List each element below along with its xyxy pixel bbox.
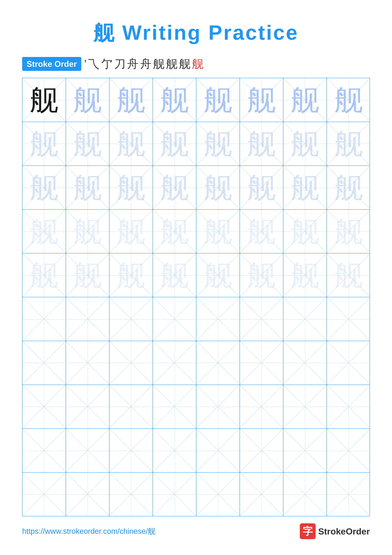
stroke-9: 舰 [179,56,190,72]
grid-cell-9-7 [283,429,327,472]
grid-cell-8-2 [66,385,109,428]
grid-row-9 [22,429,370,473]
svg-line-111 [327,341,370,385]
svg-line-137 [196,429,240,472]
svg-line-131 [66,429,109,472]
svg-line-116 [109,385,153,428]
svg-line-122 [240,385,283,428]
grid-cell-7-2 [66,341,109,385]
grid-cell-10-7 [283,473,327,516]
grid-cell-4-7: 舰 [283,210,327,253]
svg-line-104 [196,341,240,384]
svg-line-152 [196,473,240,516]
svg-line-134 [153,429,196,472]
grid-cell-2-3: 舰 [109,122,153,166]
svg-line-158 [327,473,370,516]
grid-row-2: 舰 舰 舰 舰 [22,122,370,166]
svg-line-92 [283,297,327,340]
grid-cell-1-3: 舰 [109,78,153,122]
svg-line-151 [153,473,196,516]
svg-line-145 [22,473,66,516]
grid-cell-1-2: 舰 [66,78,109,122]
grid-cell-3-4: 舰 [153,166,196,209]
footer-url[interactable]: https://www.strokeorder.com/chinese/舰 [22,526,156,536]
logo-icon: 字 [300,523,316,539]
svg-line-101 [109,341,153,384]
svg-line-155 [240,473,283,516]
grid-cell-3-3: 舰 [109,166,153,209]
svg-line-118 [153,385,196,428]
stroke-order-section: Stroke Order ’ 乁 亇 刀 舟 舟 舰 舰 舰 舰 [0,56,392,78]
grid-cell-2-7: 舰 [283,122,327,166]
grid-cell-4-4: 舰 [153,210,196,253]
grid-cell-1-6: 舰 [240,78,283,122]
svg-line-89 [196,297,240,340]
svg-line-109 [283,341,327,384]
svg-line-133 [109,429,153,472]
svg-line-112 [22,385,66,428]
grid-cell-4-5: 舰 [196,210,240,253]
stroke-1: ’ [84,58,87,70]
svg-line-157 [283,473,327,516]
svg-line-147 [66,473,109,516]
grid-row-5: 舰 舰 舰 舰 [22,254,370,297]
stroke-2: 乁 [88,56,100,72]
char-light: 舰 [160,86,189,114]
grid-cell-4-3: 舰 [109,210,153,253]
grid-cell-6-7 [283,297,327,341]
svg-line-100 [109,341,153,384]
grid-cell-8-6 [240,385,283,428]
svg-line-96 [22,341,66,384]
grid-cell-7-1 [22,341,66,385]
svg-line-141 [283,429,327,472]
svg-line-132 [109,429,153,472]
svg-line-126 [327,385,370,428]
svg-line-154 [240,473,283,516]
grid-cell-1-5: 舰 [196,78,240,122]
grid-cell-10-1 [22,473,66,516]
svg-line-110 [327,341,370,385]
svg-line-85 [109,297,153,340]
grid-cell-5-6: 舰 [240,254,283,297]
svg-line-102 [153,341,196,384]
grid-cell-7-3 [109,341,153,385]
svg-line-120 [196,385,240,428]
grid-cell-3-2: 舰 [66,166,109,209]
grid-cell-4-2: 舰 [66,210,109,253]
grid-cell-2-1: 舰 [22,122,66,166]
char-dark: 舰 [30,86,58,114]
svg-line-80 [22,297,66,340]
svg-line-135 [153,429,196,472]
grid-cell-9-6 [240,429,283,472]
svg-line-106 [240,341,283,384]
svg-line-87 [153,297,196,340]
svg-line-83 [66,297,109,340]
grid-cell-5-4: 舰 [153,254,196,297]
grid-cell-5-5: 舰 [196,254,240,297]
svg-line-159 [327,473,370,516]
grid-cell-3-8: 舰 [327,166,370,209]
svg-line-136 [196,429,240,472]
grid-cell-3-5: 舰 [196,166,240,209]
grid-cell-1-7: 舰 [283,78,327,122]
grid-cell-8-1 [22,385,66,428]
svg-line-124 [283,385,327,428]
grid-cell-1-4: 舰 [153,78,196,122]
page-title: 舰 Writing Practice [0,0,392,56]
svg-line-150 [153,473,196,516]
svg-line-81 [22,297,66,340]
grid-cell-1-1: 舰 [22,78,66,122]
svg-line-117 [109,385,153,428]
char-light: 舰 [73,86,102,114]
grid-cell-8-7 [283,385,327,428]
grid-row-4: 舰 舰 舰 舰 [22,210,370,254]
grid-cell-4-8: 舰 [327,210,370,253]
svg-line-82 [66,297,109,340]
svg-line-84 [109,297,153,340]
grid-cell-7-4 [153,341,196,385]
svg-line-107 [240,341,283,384]
svg-line-144 [22,473,66,516]
svg-line-140 [283,429,327,472]
stroke-5: 舟 [127,56,139,72]
grid-cell-2-6: 舰 [240,122,283,166]
